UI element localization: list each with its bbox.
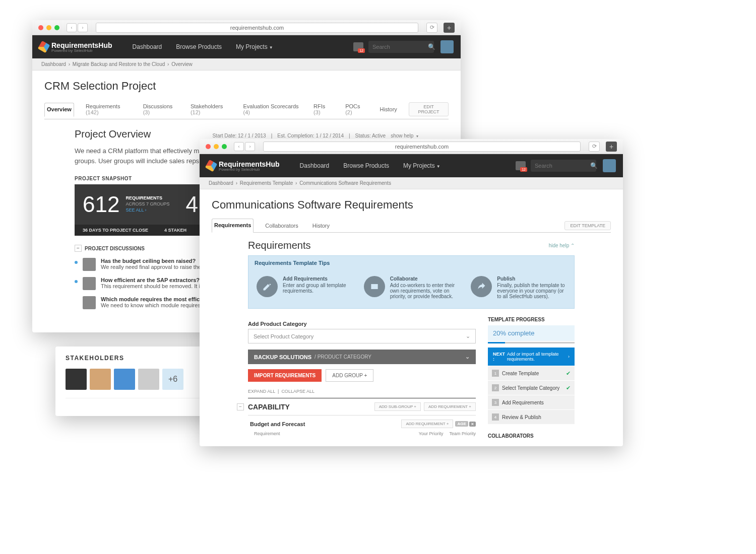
tab-collaborators[interactable]: Collaborators: [263, 219, 300, 233]
tip-body: Enter and group all template requirement…: [283, 283, 346, 294]
chevron-down-icon: ▼: [436, 164, 440, 169]
nav-browse[interactable]: Browse Products: [343, 162, 389, 169]
forward-button[interactable]: ›: [245, 142, 255, 151]
nav-dashboard[interactable]: Dashboard: [300, 162, 330, 169]
nav-projects[interactable]: My Projects▼: [403, 162, 440, 169]
user-avatar[interactable]: [603, 159, 616, 172]
tab-requirements[interactable]: Requirements (142): [83, 100, 132, 119]
unread-dot-icon: [75, 280, 78, 283]
nav-dashboard[interactable]: Dashboard: [133, 43, 162, 50]
chevron-up-icon: ⌃: [571, 243, 575, 248]
add-requirement-button[interactable]: ADD REQUIREMENT +: [424, 402, 476, 411]
edit-project-button[interactable]: EDIT PROJECT: [409, 102, 449, 116]
category-bar[interactable]: BACKUP SOLUTIONS/ PRODUCT CATEGORY⌄: [248, 350, 476, 364]
tip-title: Add Requirements: [283, 276, 352, 282]
collapse-all-link[interactable]: COLLAPSE ALL: [281, 389, 314, 394]
tab-rfis[interactable]: RFIs (3): [311, 100, 334, 119]
remove-icon[interactable]: ×: [469, 422, 476, 427]
logo[interactable]: RequirementsHubPowered by SelectHub: [39, 41, 112, 53]
stakeholder-avatar[interactable]: [138, 369, 159, 390]
section-title: Requirements: [248, 240, 311, 251]
search-input[interactable]: [368, 41, 434, 53]
stakeholder-avatar[interactable]: [66, 369, 87, 390]
tab-overview[interactable]: Overview: [44, 103, 74, 117]
crumb-item[interactable]: Requirements Template: [240, 180, 293, 186]
check-icon: ✔: [566, 370, 571, 377]
progress-step[interactable]: 3Add Requirements: [488, 395, 575, 409]
forward-button[interactable]: ›: [78, 23, 88, 32]
tips-heading: Requirements Template Tips: [255, 260, 330, 266]
traffic-lights[interactable]: [206, 144, 227, 149]
crumb-item[interactable]: Dashboard: [209, 180, 233, 186]
nav-browse[interactable]: Browse Products: [176, 43, 222, 50]
traffic-lights[interactable]: [38, 25, 59, 30]
tab-discussions[interactable]: Discussions (3): [141, 100, 179, 119]
nav-projects[interactable]: My Projects▼: [236, 43, 273, 50]
see-all-link[interactable]: SEE ALL ›: [125, 207, 146, 213]
tab-history[interactable]: History: [377, 103, 400, 116]
back-button[interactable]: ‹: [234, 142, 244, 151]
collapse-toggle[interactable]: −: [75, 245, 82, 252]
stakeholder-avatar[interactable]: [90, 369, 111, 390]
more-stakeholders[interactable]: +6: [162, 369, 183, 390]
tab-history[interactable]: History: [310, 219, 332, 233]
new-tab-button[interactable]: +: [606, 142, 617, 152]
progress-step[interactable]: 4Review & Publish: [488, 409, 575, 424]
progress-label: TEMPLATE PROGRESS: [488, 317, 575, 322]
days-to-close: 36 DAYS TO PROJECT CLOSE: [75, 225, 156, 236]
tab-scorecards[interactable]: Evaluation Scorecards (4): [241, 100, 302, 119]
add-subgroup-button[interactable]: ADD SUB-GROUP +: [374, 402, 421, 411]
requirements-count: 612: [83, 192, 119, 217]
progress-step[interactable]: 2Select Template Category✔: [488, 380, 575, 395]
add-category-label: Add Product Category: [248, 321, 476, 327]
requirement-subgroup[interactable]: Budget and Forecast: [250, 421, 305, 427]
logo[interactable]: RequirementsHubPowered by SelectHub: [207, 160, 280, 172]
url-bar[interactable]: requirementshub.com: [263, 142, 581, 152]
status: Status: Active: [355, 133, 386, 138]
show-help-link[interactable]: show help ▾: [391, 133, 418, 138]
template-tabs: Requirements Collaborators History EDIT …: [212, 219, 611, 233]
stakeholder-avatar[interactable]: [114, 369, 135, 390]
app-header: RequirementsHubPowered by SelectHub Dash…: [200, 154, 623, 177]
crumb-item[interactable]: Migrate Backup and Restore to the Cloud: [73, 61, 165, 67]
unread-dot-icon: [75, 261, 78, 264]
app-header: RequirementsHubPowered by SelectHub Dash…: [32, 35, 461, 58]
crumb-item[interactable]: Dashboard: [41, 61, 66, 67]
search-input[interactable]: [531, 160, 596, 172]
notification-icon[interactable]: 12: [516, 161, 526, 170]
progress-step[interactable]: 1Create Template✔: [488, 366, 575, 380]
next-step-box[interactable]: NEXT :Add or import all template require…: [488, 348, 575, 366]
back-button[interactable]: ‹: [67, 23, 77, 32]
add-group-button[interactable]: ADD GROUP +: [326, 369, 373, 382]
import-requirements-button[interactable]: IMPORT REQUIREMENTS: [248, 369, 322, 382]
user-avatar[interactable]: [440, 40, 454, 53]
tab-requirements[interactable]: Requirements: [212, 219, 254, 233]
refresh-button[interactable]: ⟳: [589, 142, 600, 152]
project-tabs: Overview Requirements (142) Discussions …: [44, 100, 449, 119]
browser-chrome: ‹› requirementshub.com ⟳ +: [32, 20, 461, 35]
edit-template-button[interactable]: EDIT TEMPLATE: [564, 221, 611, 230]
tip-body: Finally, publish the template to everyon…: [497, 283, 564, 299]
tab-pocs[interactable]: POCs (2): [343, 100, 368, 119]
stakeholders-title: STAKEHOLDERS: [66, 355, 216, 362]
url-bar[interactable]: requirementshub.com: [96, 23, 418, 33]
new-tab-button[interactable]: +: [444, 23, 455, 33]
collapse-toggle[interactable]: −: [237, 403, 244, 410]
requirement-columns: RequirementYour PriorityTeam Priority: [248, 430, 476, 437]
hide-help-link[interactable]: hide help ⌃: [549, 243, 575, 248]
tip-title: Collaborate: [390, 276, 459, 282]
tab-stakeholders[interactable]: Stakeholders (12): [188, 100, 232, 119]
progress-bar: [488, 342, 575, 343]
est-completion: Est. Completion: 1 / 12 / 2014: [277, 133, 344, 138]
notification-icon[interactable]: 12: [353, 42, 363, 51]
chevron-down-icon: ▼: [269, 45, 273, 50]
breadcrumb: Dashboard › Migrate Backup and Restore t…: [32, 58, 461, 71]
refresh-button[interactable]: ⟳: [426, 23, 437, 33]
share-icon: [471, 276, 492, 297]
expand-all-link[interactable]: EXPAND ALL: [248, 389, 275, 394]
progress-percent: 20% complete: [488, 325, 575, 341]
category-select[interactable]: Select Product Category⌄: [248, 329, 476, 343]
window-requirements-template: ‹› requirementshub.com ⟳ + RequirementsH…: [200, 139, 623, 446]
add-requirement-button[interactable]: ADD REQUIREMENT +: [401, 420, 453, 428]
chevron-down-icon: ⌄: [466, 333, 470, 339]
